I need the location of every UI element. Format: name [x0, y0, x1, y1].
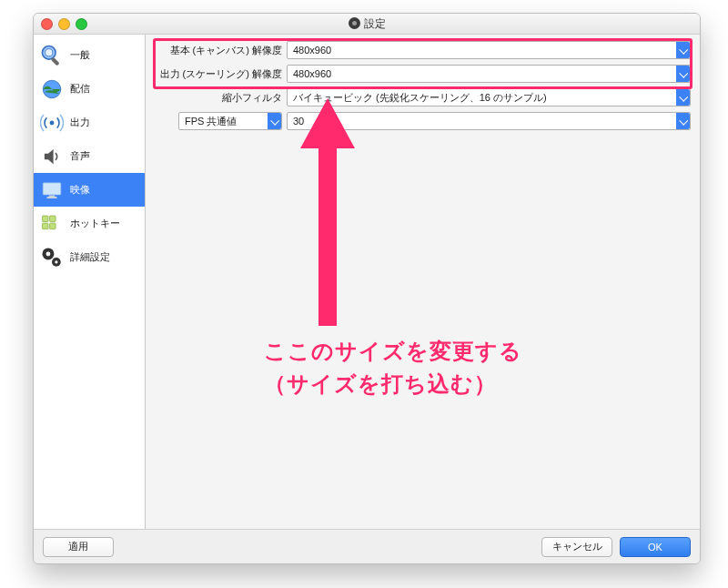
- sidebar-item-label: 一般: [70, 48, 139, 62]
- app-icon: [349, 17, 360, 29]
- main-panel: 基本 (キャンバス) 解像度 480x960 出力 (スケーリング) 解像度 4…: [146, 35, 700, 529]
- sidebar-item-hotkeys[interactable]: ホットキー: [34, 207, 145, 240]
- annotation-arrow-icon: [291, 98, 364, 326]
- sidebar-item-label: ホットキー: [70, 217, 139, 230]
- fps-type-label: FPS 共通値: [155, 112, 287, 130]
- svg-rect-9: [50, 216, 56, 222]
- fps-type-value: FPS 共通値: [185, 115, 237, 128]
- svg-rect-6: [49, 195, 56, 197]
- output-resolution-label: 出力 (スケーリング) 解像度: [155, 67, 287, 81]
- sidebar-item-video[interactable]: 映像: [34, 173, 145, 207]
- svg-point-4: [50, 120, 55, 125]
- svg-rect-2: [51, 56, 60, 66]
- output-resolution-value: 480x960: [293, 68, 331, 79]
- sidebar-item-label: 詳細設定: [70, 250, 139, 264]
- wrench-icon: [39, 43, 65, 68]
- svg-point-1: [46, 48, 53, 56]
- close-icon[interactable]: [41, 18, 53, 30]
- svg-rect-5: [43, 182, 61, 194]
- gear-icon: [39, 245, 65, 270]
- broadcast-icon: [39, 110, 65, 136]
- annotation-line: （サイズを打ち込む）: [264, 368, 522, 400]
- base-resolution-select[interactable]: 480x960: [287, 41, 691, 59]
- fps-value-select[interactable]: 30: [287, 112, 691, 130]
- fps-type-select[interactable]: FPS 共通値: [178, 112, 282, 130]
- bottom-bar: 適用 キャンセル OK: [34, 529, 700, 563]
- sidebar-item-general[interactable]: 一般: [34, 38, 145, 72]
- speaker-icon: [39, 144, 65, 169]
- monitor-icon: [39, 177, 65, 203]
- annotation-line: ここのサイズを変更する: [264, 335, 522, 368]
- base-resolution-label: 基本 (キャンバス) 解像度: [155, 44, 287, 57]
- chevron-down-icon: [676, 66, 690, 82]
- sidebar-item-audio[interactable]: 音声: [34, 139, 145, 173]
- sidebar-item-stream[interactable]: 配信: [34, 72, 145, 106]
- chevron-down-icon: [676, 89, 690, 106]
- svg-point-13: [46, 251, 51, 256]
- cancel-button[interactable]: キャンセル: [541, 537, 612, 557]
- keyboard-icon: [39, 211, 65, 237]
- sidebar-item-output[interactable]: 出力: [34, 106, 145, 139]
- svg-rect-8: [42, 216, 48, 222]
- window-controls: [41, 18, 87, 30]
- downscale-filter-label: 縮小フィルタ: [155, 91, 287, 105]
- window-title: 設定: [34, 16, 700, 32]
- svg-rect-10: [42, 223, 48, 229]
- settings-window: 設定 一般: [33, 13, 701, 564]
- chevron-down-icon: [676, 113, 690, 129]
- chevron-down-icon: [268, 113, 281, 129]
- titlebar: 設定: [34, 14, 700, 35]
- output-resolution-select[interactable]: 480x960: [287, 65, 691, 83]
- svg-rect-7: [46, 197, 56, 198]
- sidebar-item-label: 音声: [70, 149, 139, 163]
- sidebar: 一般 配信: [34, 35, 146, 529]
- apply-button[interactable]: 適用: [43, 537, 114, 557]
- zoom-icon[interactable]: [76, 18, 87, 30]
- chevron-down-icon: [676, 42, 690, 58]
- svg-point-15: [55, 260, 57, 263]
- fps-value-text: 30: [293, 116, 304, 127]
- svg-rect-11: [50, 223, 56, 229]
- sidebar-item-label: 映像: [70, 183, 139, 197]
- downscale-filter-value: バイキュービック (先鋭化スケーリング、16 のサンプル): [293, 91, 547, 105]
- ok-button[interactable]: OK: [620, 537, 691, 557]
- sidebar-item-label: 出力: [70, 116, 139, 129]
- svg-marker-16: [300, 98, 355, 326]
- minimize-icon[interactable]: [58, 18, 70, 30]
- globe-icon: [39, 76, 65, 102]
- downscale-filter-select[interactable]: バイキュービック (先鋭化スケーリング、16 のサンプル): [287, 88, 691, 106]
- sidebar-item-advanced[interactable]: 詳細設定: [34, 240, 145, 274]
- sidebar-item-label: 配信: [70, 82, 139, 96]
- base-resolution-value: 480x960: [293, 45, 331, 56]
- annotation-text: ここのサイズを変更する （サイズを打ち込む）: [264, 335, 522, 400]
